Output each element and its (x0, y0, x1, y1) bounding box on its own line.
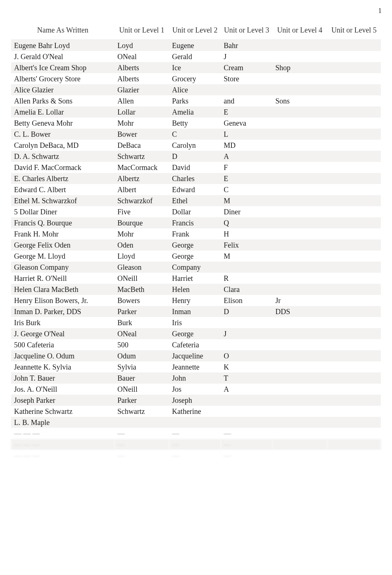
table-row: George Felix OdenOdenGeorgeFelix (11, 239, 381, 251)
table-row: Allen Parks & SonsAllenParksandSons (11, 95, 381, 106)
table-row-blurred: — — ———— (11, 439, 381, 450)
cell-unit-1: MacCormack (114, 162, 169, 173)
cell-unit-5 (327, 84, 381, 95)
cell-name: John T. Bauer (11, 372, 114, 384)
cell-unit-2: Ice (169, 62, 221, 73)
cell-unit-1: Lloyd (114, 251, 169, 262)
table-row: Joseph ParkerParkerJoseph (11, 395, 381, 406)
cell-unit-5 (327, 184, 381, 195)
cell-unit-4 (272, 40, 327, 51)
cell-name: — — — (11, 428, 114, 439)
cell-unit-3: E (221, 106, 272, 118)
cell-unit-2: — (169, 450, 221, 461)
cell-name: Jacqueline O. Odum (11, 350, 114, 361)
cell-unit-5 (327, 361, 381, 372)
cell-unit-1: Bowers (114, 295, 169, 306)
cell-unit-4: Sons (272, 95, 327, 106)
cell-unit-3: O (221, 350, 272, 361)
col-header-unit-4: Unit or Level 4 (272, 22, 327, 40)
cell-unit-2: Betty (169, 118, 221, 129)
cell-unit-1: Mohr (114, 228, 169, 239)
cell-unit-3: M (221, 195, 272, 206)
cell-unit-1: Bower (114, 129, 169, 140)
table-row: C. L. BowerBowerCL (11, 129, 381, 140)
cell-unit-1: Gleason (114, 262, 169, 273)
cell-unit-5 (327, 51, 381, 62)
cell-unit-1: Lollar (114, 106, 169, 118)
table-row: Edward C. AlbertAlbertEdwardC (11, 184, 381, 195)
cell-unit-4 (272, 428, 327, 439)
cell-unit-2: Cafeteria (169, 339, 221, 350)
cell-unit-5 (327, 195, 381, 206)
cell-unit-2: Company (169, 262, 221, 273)
cell-unit-4 (272, 184, 327, 195)
cell-name: Jos. A. O'Neill (11, 384, 114, 395)
cell-unit-5 (327, 95, 381, 106)
cell-name: E. Charles Albertz (11, 173, 114, 184)
cell-unit-3 (221, 406, 272, 417)
cell-unit-5 (327, 162, 381, 173)
cell-unit-2: George (169, 328, 221, 339)
cell-unit-4: Shop (272, 62, 327, 73)
cell-unit-1: Sylvia (114, 361, 169, 372)
cell-unit-4 (272, 284, 327, 295)
cell-unit-2: D (169, 151, 221, 162)
cell-unit-1: Oden (114, 239, 169, 251)
cell-unit-2: Ethel (169, 195, 221, 206)
table-row: L. B. Maple (11, 417, 381, 428)
cell-unit-4 (272, 195, 327, 206)
cell-name: D. A. Schwartz (11, 151, 114, 162)
cell-name: L. B. Maple (11, 417, 114, 428)
cell-unit-2: Dollar (169, 206, 221, 217)
table-row: Eugene Bahr LoydLoydEugeneBahr (11, 40, 381, 51)
table-row: Jacqueline O. OdumOdumJacquelineO (11, 350, 381, 361)
cell-unit-5 (327, 284, 381, 295)
table-row: Alberts' Grocery StoreAlbertsGroceryStor… (11, 73, 381, 84)
cell-unit-2: — (169, 428, 221, 439)
cell-unit-1: Bauer (114, 372, 169, 384)
table-row: Carolyn DeBaca, MDDeBacaCarolynMD (11, 140, 381, 151)
cell-name: J. George O'Neal (11, 328, 114, 339)
cell-unit-4 (272, 173, 327, 184)
cell-unit-3: H (221, 228, 272, 239)
cell-unit-5 (327, 417, 381, 428)
cell-unit-4 (272, 350, 327, 361)
cell-name: Edward C. Albert (11, 184, 114, 195)
cell-unit-2: Charles (169, 173, 221, 184)
cell-unit-3: Q (221, 217, 272, 228)
cell-unit-3: Geneva (221, 118, 272, 129)
cell-unit-4 (272, 317, 327, 328)
cell-unit-1: — (114, 450, 169, 461)
cell-unit-3 (221, 317, 272, 328)
cell-unit-1: MacBeth (114, 284, 169, 295)
cell-unit-3: A (221, 384, 272, 395)
cell-unit-4 (272, 328, 327, 339)
cell-unit-2: Eugene (169, 40, 221, 51)
cell-unit-4 (272, 395, 327, 406)
cell-unit-5 (327, 40, 381, 51)
cell-unit-5 (327, 228, 381, 239)
table-row: Amelia E. LollarLollarAmeliaE (11, 106, 381, 118)
cell-unit-5 (327, 295, 381, 306)
cell-unit-2: Alice (169, 84, 221, 95)
cell-unit-3: MD (221, 140, 272, 151)
cell-name: Betty Geneva Mohr (11, 118, 114, 129)
document-page: 1 Name As Written Unit or Level 1 Unit o… (0, 0, 392, 575)
cell-unit-2: Henry (169, 295, 221, 306)
cell-name: Alice Glazier (11, 84, 114, 95)
cell-unit-2: Jacqueline (169, 350, 221, 361)
cell-unit-2: Grocery (169, 73, 221, 84)
cell-name: Carolyn DeBaca, MD (11, 140, 114, 151)
table-row: J. Gerald O'NealONealGeraldJ (11, 51, 381, 62)
cell-unit-4 (272, 339, 327, 350)
table-row: David F. MacCormackMacCormackDavidF (11, 162, 381, 173)
cell-name: George M. Lloyd (11, 251, 114, 262)
cell-unit-1: Odum (114, 350, 169, 361)
cell-unit-4 (272, 217, 327, 228)
cell-unit-5 (327, 118, 381, 129)
cell-unit-1: DeBaca (114, 140, 169, 151)
cell-unit-3: K (221, 361, 272, 372)
cell-unit-4 (272, 162, 327, 173)
cell-unit-5 (327, 328, 381, 339)
table-row: Katherine SchwartzSchwartzKatherine (11, 406, 381, 417)
